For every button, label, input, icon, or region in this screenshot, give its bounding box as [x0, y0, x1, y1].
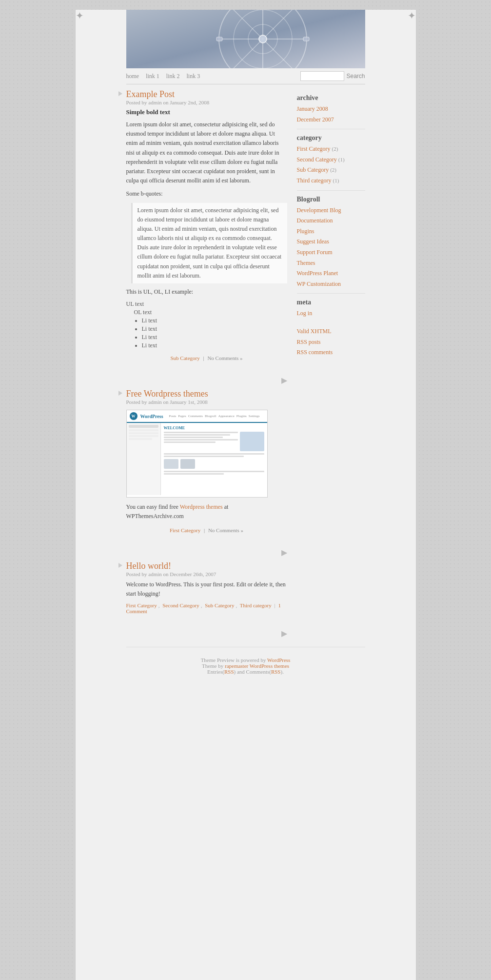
post-arrow-icon [118, 91, 122, 96]
sidebar-cat-4: Third category (1) [297, 176, 365, 186]
sidebar-cat-link-4[interactable]: Third category (1) [297, 176, 365, 186]
search-button[interactable]: Search [346, 73, 365, 80]
post-arrow-icon-2 [118, 391, 122, 396]
navigation: home link 1 link 2 link 3 Search [126, 68, 365, 84]
search-input[interactable] [300, 71, 344, 81]
sidebar-plugins[interactable]: Plugins [297, 226, 365, 237]
sidebar-cat-link-3[interactable]: Sub Category (2) [297, 165, 365, 176]
post-arrow-icon-3 [118, 563, 122, 568]
cat-count-1: (2) [332, 146, 338, 152]
section-arrow-2: ▶ [126, 548, 287, 557]
list-item: Li text [142, 342, 287, 349]
post-title-hello[interactable]: Hello world! [126, 561, 171, 571]
sidebar-dev-blog[interactable]: Development Blog [297, 205, 365, 216]
svg-point-16 [259, 35, 267, 43]
post-example: Example Post Posted by admin on January … [126, 89, 287, 366]
sidebar-blogroll-title: Blogroll [297, 196, 365, 203]
post-hello: Hello world! Posted by admin on December… [126, 561, 287, 619]
footer-rss2-link[interactable]: RSS [271, 669, 281, 675]
sidebar-docs[interactable]: Documentation [297, 216, 365, 226]
post-title-example[interactable]: Example Post [126, 89, 175, 99]
sidebar-rss-comments[interactable]: RSS comments [297, 347, 365, 358]
svg-rect-11 [303, 37, 309, 41]
sidebar-rss-posts[interactable]: RSS posts [297, 337, 365, 348]
nav-search-form: Search [300, 71, 365, 81]
post-meta-wp: Posted by admin on January 1st, 2008 [126, 399, 287, 405]
cat-link-4[interactable]: Third category [240, 602, 272, 608]
footer-wp-link[interactable]: WordPress [267, 657, 290, 663]
svg-rect-10 [216, 37, 222, 41]
corner-decoration-tr: ✦ [401, 10, 416, 24]
cat-count-2: (1) [338, 157, 345, 162]
main-content: Example Post Posted by admin on January … [126, 89, 287, 642]
post-body-example: Lorem ipsum dolor sit amet, consectetur … [126, 120, 287, 185]
corner-decoration-tl: ✦ [76, 10, 90, 24]
cat-link-1[interactable]: First Category [126, 602, 157, 608]
sidebar-dec2007[interactable]: December 2007 [297, 115, 365, 125]
ol-text: OL text [134, 309, 287, 316]
cat-count-4: (1) [333, 178, 339, 183]
post-wp-themes: Free Wordpress themes Posted by admin on… [126, 389, 287, 538]
sidebar-valid-xhtml[interactable]: Valid XHTML [297, 326, 365, 337]
sidebar-cat-link-2[interactable]: Second Category (1) [297, 155, 365, 165]
cat-link-2[interactable]: Second Category [162, 602, 199, 608]
footer-rss1-link[interactable]: RSS [224, 669, 234, 675]
wp-screenshot: W WordPress Posts Pages Comments Blogrol… [126, 410, 268, 498]
list-item: Li text [142, 325, 287, 333]
sidebar-jan2008[interactable]: January 2008 [297, 104, 365, 115]
sidebar-cat-2: Second Category (1) [297, 155, 365, 165]
sidebar-div-3 [297, 293, 365, 294]
sidebar-cat-link-1[interactable]: First Category (2) [297, 144, 365, 155]
post-meta-hello: Posted by admin on December 26th, 2007 [126, 571, 287, 577]
list-label: This is UL, OL, LI example: [126, 287, 287, 297]
post-cat-link[interactable]: Sub Category [170, 355, 199, 361]
sidebar-login[interactable]: Log in [297, 308, 365, 319]
sidebar-cat-1: First Category (2) [297, 144, 365, 155]
wp-themes-link[interactable]: Wordpress themes [180, 503, 223, 510]
footer-line1: Theme Preview is powered by WordPress [126, 657, 365, 663]
nav-link2[interactable]: link 2 [166, 73, 180, 80]
content-area: Example Post Posted by admin on January … [126, 84, 365, 642]
header-svg [126, 10, 365, 68]
sidebar-themes[interactable]: Themes [297, 258, 365, 269]
post-blockquote-example: Lorem ipsum dolor sit amet, consectetur … [131, 203, 287, 284]
post-bquote-label: Some b-quotes: [126, 189, 287, 199]
nav-home[interactable]: home [126, 73, 139, 80]
section-arrow-3: ▶ [126, 629, 287, 638]
post-body-wp: You can easy find free Wordpress themes … [126, 502, 287, 521]
footer-separator: | [203, 355, 205, 361]
header-image [126, 10, 365, 68]
cat-count-3: (2) [330, 167, 336, 173]
post-bold-example: Simple bold text [126, 108, 287, 116]
sidebar-wp-custom[interactable]: WP Customization [297, 279, 365, 290]
sidebar-suggest-ideas[interactable]: Suggest Ideas [297, 237, 365, 247]
ul-text: UL text [126, 300, 287, 308]
nav-links: home link 1 link 2 link 3 [126, 73, 200, 80]
post-comments-link-wp[interactable]: No Comments » [208, 527, 243, 533]
footer-line2: Theme by rapemaster WordPress themes [126, 663, 365, 669]
sidebar-support-forum[interactable]: Support Forum [297, 247, 365, 258]
post-footer-wp: First Category | No Comments » [126, 525, 287, 533]
sidebar-div-1 [297, 129, 365, 129]
post-categories-hello: First Category, Second Category, Sub Cat… [126, 602, 287, 614]
section-arrow: ▶ [126, 376, 287, 385]
sidebar-wp-planet[interactable]: WordPress Planet [297, 268, 365, 279]
sidebar-meta-title: meta [297, 299, 365, 306]
nav-link1[interactable]: link 1 [146, 73, 159, 80]
post-title-wp[interactable]: Free Wordpress themes [126, 389, 208, 399]
footer-theme-link[interactable]: rapemaster WordPress themes [225, 663, 289, 669]
sidebar-cat-3: Sub Category (2) [297, 165, 365, 176]
footer-sep-wp: | [204, 527, 206, 533]
post-cat-link-wp[interactable]: First Category [170, 527, 200, 533]
cat-link-3[interactable]: Sub Category [205, 602, 234, 608]
nav-link3[interactable]: link 3 [187, 73, 200, 80]
post-list-section: This is UL, OL, LI example: UL text OL t… [126, 287, 287, 349]
post-body-hello: Welcome to WordPress. This is your first… [126, 580, 287, 599]
footer-line3: Entries(RSS) and Comments(RSS). [126, 669, 365, 675]
list-item: Li text [142, 317, 287, 324]
sidebar: archive January 2008 December 2007 categ… [297, 89, 365, 642]
post-comments-link[interactable]: No Comments » [207, 355, 242, 361]
sidebar-category-title: category [297, 134, 365, 142]
li-list: Li text Li text Li text Li text [142, 317, 287, 349]
sidebar-archive-title: archive [297, 94, 365, 102]
